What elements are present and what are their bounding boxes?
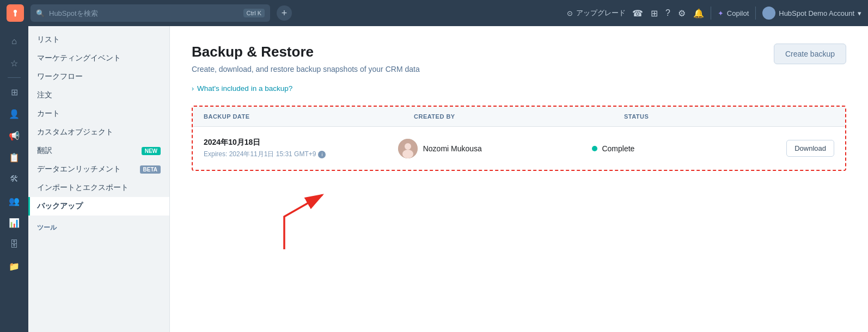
account-avatar — [762, 7, 775, 20]
backup-table: BACKUP DATE CREATED BY STATUS 2024年10月18… — [192, 106, 846, 171]
icon-sidebar: ⌂ ☆ ⊞ 👤 📢 📋 🛠 👥 📊 🗄 📁 — [0, 26, 28, 332]
account-menu[interactable]: HubSpot Demo Account ▾ — [762, 7, 861, 20]
sidebar-bookmark-icon[interactable]: ☆ — [4, 53, 24, 73]
search-input[interactable] — [49, 9, 239, 17]
svg-point-4 — [402, 150, 413, 158]
sidebar-item-order[interactable]: 注文 — [28, 86, 169, 104]
sidebar-item-marketing-event[interactable]: マーケティングイベント — [28, 49, 169, 67]
backup-expires: Expires: 2024年11月1日 15:31 GMT+9 i — [204, 150, 389, 159]
upgrade-label: アップグレード — [576, 8, 626, 18]
sidebar-item-label: カスタムオブジェクト — [37, 127, 113, 137]
grid-icon[interactable]: ⊞ — [651, 8, 658, 19]
creator-avatar — [398, 139, 418, 158]
sidebar-marketing-icon[interactable]: 📢 — [4, 126, 24, 145]
sidebar-home-icon[interactable]: ⌂ — [4, 32, 24, 51]
col-status: STATUS — [624, 113, 826, 120]
upgrade-button[interactable]: ⊙ アップグレード — [567, 8, 626, 18]
main-content: Create backup Backup & Restore Create, d… — [170, 26, 868, 332]
nav-sidebar: リスト マーケティングイベント ワークフロー 注文 カート カスタムオブジェクト… — [28, 26, 170, 332]
sidebar-item-label: 注文 — [37, 90, 52, 100]
table-header: BACKUP DATE CREATED BY STATUS — [193, 107, 845, 127]
sidebar-item-workflow[interactable]: ワークフロー — [28, 67, 169, 86]
download-button[interactable]: Download — [786, 140, 834, 157]
sidebar-item-label: 翻訳 — [37, 146, 52, 156]
table-row: 2024年10月18日 Expires: 2024年11月1日 15:31 GM… — [193, 127, 845, 170]
nav-icons: ☎ ⊞ ? ⚙ 🔔 — [632, 8, 704, 19]
backup-date-cell: 2024年10月18日 Expires: 2024年11月1日 15:31 GM… — [204, 138, 389, 159]
sidebar-item-label: マーケティングイベント — [37, 53, 121, 63]
copilot-label: Copilot — [727, 9, 749, 17]
bell-icon[interactable]: 🔔 — [693, 8, 704, 19]
col-backup-date: BACKUP DATE — [204, 113, 405, 120]
sidebar-chart-icon[interactable]: 📊 — [4, 213, 24, 232]
copilot-icon: ✦ — [718, 9, 724, 17]
backup-date: 2024年10月18日 — [204, 138, 389, 147]
search-shortcut: Ctrl K — [243, 9, 265, 17]
copilot-button[interactable]: ✦ Copilot — [718, 9, 749, 17]
create-backup-button[interactable]: Create backup — [774, 44, 846, 64]
search-icon: 🔍 — [36, 9, 45, 17]
tools-section-label: ツール — [28, 216, 169, 236]
sidebar-db-icon[interactable]: 🗄 — [4, 235, 24, 254]
upgrade-icon: ⊙ — [567, 9, 573, 17]
page-title: Backup & Restore — [192, 44, 846, 60]
status-label: Complete — [602, 144, 634, 153]
info-icon[interactable]: i — [318, 151, 326, 158]
hubspot-logo[interactable] — [7, 4, 24, 22]
svg-rect-1 — [15, 13, 16, 17]
sidebar-item-label: リスト — [37, 35, 60, 45]
account-label: HubSpot Demo Account — [779, 9, 854, 17]
sidebar-item-custom-objects[interactable]: カスタムオブジェクト — [28, 123, 169, 142]
sidebar-item-label: バックアップ — [37, 201, 83, 211]
status-cell: Complete — [592, 144, 778, 153]
sidebar-people-icon[interactable]: 👥 — [4, 191, 24, 211]
svg-point-3 — [405, 143, 411, 150]
whats-included-link[interactable]: › What's included in a backup? — [192, 84, 846, 93]
nav-divider — [711, 7, 711, 20]
help-icon[interactable]: ? — [665, 8, 670, 18]
settings-icon[interactable]: ⚙ — [678, 8, 686, 19]
svg-point-0 — [14, 10, 17, 13]
sidebar-item-list[interactable]: リスト — [28, 30, 169, 49]
nav-divider-2 — [755, 7, 756, 20]
sidebar-sales-icon[interactable]: 📋 — [4, 147, 24, 167]
topnav: 🔍 Ctrl K + ⊙ アップグレード ☎ ⊞ ? ⚙ 🔔 ✦ Copilot… — [0, 0, 868, 26]
sidebar-item-label: カート — [37, 109, 60, 119]
body-area: ⌂ ☆ ⊞ 👤 📢 📋 🛠 👥 📊 🗄 📁 リスト マーケティングイベント ワー… — [0, 26, 868, 332]
sidebar-item-backup[interactable]: バックアップ — [28, 197, 169, 216]
phone-icon[interactable]: ☎ — [632, 8, 643, 19]
sidebar-item-cart[interactable]: カート — [28, 104, 169, 123]
sidebar-grid-icon[interactable]: ⊞ — [4, 82, 24, 102]
sidebar-item-label: データエンリッチメント — [37, 164, 121, 174]
sidebar-contacts-icon[interactable]: 👤 — [4, 104, 24, 124]
status-dot — [592, 146, 597, 151]
creator-name: Nozomi Mukousa — [423, 144, 482, 153]
created-by-cell: Nozomi Mukousa — [398, 139, 584, 158]
sidebar-item-label: インポートとエクスポート — [37, 183, 129, 193]
chevron-right-icon: › — [192, 85, 194, 93]
sidebar-item-translation[interactable]: 翻訳 NEW — [28, 142, 169, 160]
new-badge: NEW — [142, 147, 161, 155]
beta-badge: BETA — [140, 165, 161, 174]
add-button[interactable]: + — [277, 5, 292, 21]
sidebar-folder-icon[interactable]: 📁 — [4, 256, 24, 276]
sidebar-service-icon[interactable]: 🛠 — [4, 169, 24, 189]
sidebar-divider-line — [8, 77, 21, 78]
page-subtitle: Create, download, and restore backup sna… — [192, 65, 846, 73]
whats-included-label: What's included in a backup? — [197, 84, 292, 93]
search-bar[interactable]: 🔍 Ctrl K — [30, 4, 270, 22]
sidebar-item-import-export[interactable]: インポートとエクスポート — [28, 179, 169, 197]
annotation-arrow — [252, 184, 360, 255]
chevron-down-icon: ▾ — [858, 9, 861, 17]
sidebar-item-label: ワークフロー — [37, 72, 83, 82]
sidebar-item-data-enrichment[interactable]: データエンリッチメント BETA — [28, 160, 169, 179]
col-created-by: CREATED BY — [414, 113, 615, 120]
